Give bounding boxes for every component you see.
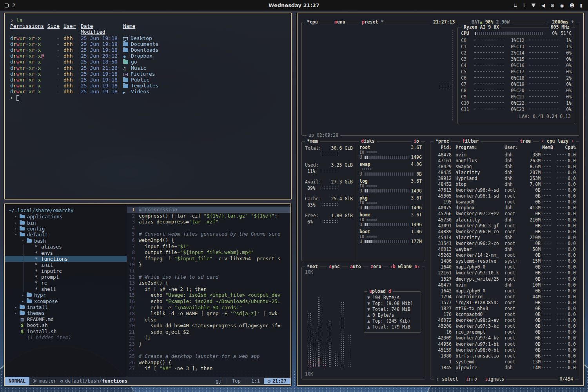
code-line[interactable]: 8 output_file="${input_file%.webm}.mp4" (127, 249, 290, 256)
process-row[interactable]: 48477 nvim dhh 10M 0.0 (434, 282, 576, 288)
code-line[interactable]: 23 } (127, 341, 290, 347)
refresh-decrease-button[interactable]: ─ (547, 19, 550, 25)
tab-mem[interactable]: *mem (305, 138, 320, 144)
code-line[interactable]: 10 } (127, 261, 290, 268)
tree-item[interactable]: inputrc (5, 268, 127, 274)
process-row[interactable]: 43091 kworker/u96:3-gf root 0B 0.0 (434, 223, 576, 229)
net-zero-toggle[interactable]: zero (368, 264, 383, 270)
process-row[interactable]: 1380 btrfs-transactio root 0B 0.0 (434, 353, 576, 359)
tab-proc[interactable]: *proc (434, 138, 451, 144)
code-line[interactable]: 26 web2app() { (127, 359, 290, 366)
code-line[interactable]: 3 alias decompress="tar -xzf" (127, 219, 290, 225)
code-line[interactable]: 7 input_file="$1" (127, 243, 290, 250)
menu-button[interactable]: menu (332, 19, 347, 25)
volume-icon[interactable]: ◀ (541, 3, 545, 8)
process-row[interactable]: 48478 nvim dhh 38M 0.0 (434, 152, 576, 158)
terminal-window[interactable]: ›ls Permissions Size User Date Modified … (4, 13, 292, 200)
code-line[interactable]: 11 (127, 268, 290, 274)
process-row[interactable]: 1577 irq/81-PIXA3854: root 0B 0.0 (434, 299, 576, 305)
process-row[interactable]: 1327 dmcrypt_write/25 root 0B 0.0 (434, 276, 576, 282)
process-row[interactable]: 1 systemd root 13M 0.0 (434, 359, 576, 365)
process-row[interactable]: 176 kcompactd0 root 0B 0.0 (434, 312, 576, 318)
system-monitor-window[interactable]: *cpu menu preset * 21:27:13 BAT▲ 98% 2.9… (297, 13, 584, 386)
record-icon[interactable]: ◉ (560, 3, 564, 8)
filter-button[interactable]: filter (460, 138, 481, 144)
process-row[interactable]: 39912 Hyprland dhh 253M 0.0 (434, 175, 576, 181)
code-line[interactable]: 27 if [ "$#" -ne 3 ]; then (127, 365, 290, 372)
code-line[interactable]: 4 (127, 225, 290, 231)
tree-item[interactable]: shell (5, 286, 127, 292)
tree-item[interactable]: README.md (5, 316, 127, 322)
code-line[interactable]: 9 ffmpeg -i "$input_file" -c:v libx264 -… (127, 256, 290, 262)
process-row[interactable]: 31541 kworker/u96:2-co root 0B 0.0 (434, 240, 576, 246)
tree-item[interactable]: ▸ bin (5, 220, 127, 225)
code-line[interactable]: 5 # Convert webm files generated by the … (127, 231, 290, 237)
tree-item[interactable]: init (5, 262, 127, 268)
tree-item[interactable]: ▾ bash (5, 238, 127, 244)
tree-item[interactable]: install.sh (5, 328, 127, 334)
refresh-increase-button[interactable]: + (571, 19, 574, 25)
code-line[interactable]: 14 if [ $# -ne 2 ]; then (127, 286, 290, 292)
process-row[interactable]: 43208 kworker/u97:3-kc root 0B 0.0 (434, 323, 576, 329)
editor-window[interactable]: ~/.local/share/omarchy ▸ applications ▸ … (4, 203, 291, 386)
code-line[interactable]: 12 # Write iso file to sd card (127, 274, 290, 280)
tree-item[interactable]: aliases (5, 244, 127, 250)
tree-item[interactable]: rc (5, 280, 127, 286)
code-line[interactable]: 17 echo -e "\nAvailable SD cards:" (127, 305, 290, 311)
sort-mode-selector[interactable]: ‹ cpu lazy › (539, 138, 576, 144)
tree-item[interactable]: ▾ default (5, 232, 127, 238)
process-row[interactable]: 45730 alacritty dhh 210M 0.0 (434, 217, 576, 223)
process-row[interactable]: 48429 swaybg dhh 8.6M 0.0 (434, 163, 576, 169)
code-line[interactable]: 15 echo "Usage: iso2sd <input_file> <out… (127, 292, 290, 298)
process-row[interactable]: 1640 napi/phy0-0 root 0B 0.0 (434, 264, 576, 270)
tree-item[interactable]: (1 hidden item) (5, 334, 127, 340)
process-row[interactable]: 42309 kworker/u97:4-kv root 0B 0.0 (434, 335, 576, 341)
process-row[interactable]: 1794 containerd root 44M 0.0 (434, 294, 576, 299)
process-row[interactable]: 47613 kworker/u96:4-sd root 0B 0.0 (434, 187, 576, 193)
tab-net[interactable]: *net (305, 264, 320, 270)
process-row[interactable]: 195 kswapd0 root 0B 0.0 (434, 199, 576, 205)
code-line[interactable]: 16 echo "Example: iso2sd ~/Downloads/ubu… (127, 298, 290, 305)
code-line[interactable]: 1 # Compression (127, 207, 290, 213)
io-toggle[interactable]: io (412, 138, 421, 144)
net-sync-toggle[interactable]: sync (327, 264, 342, 270)
process-row[interactable]: 45159 kworker/u98:0-bt root 0B 0.0 (434, 347, 576, 353)
tree-item[interactable]: ▸ config (5, 226, 127, 232)
code-line[interactable]: 6 webm2mp4() { (127, 237, 290, 243)
process-row[interactable]: 45305 kworker/u96:1-sd root 0B 0.0 (434, 193, 576, 199)
tree-item[interactable]: ▸ hypr (5, 292, 127, 298)
process-row[interactable]: 1827 mt76-tx phy0 root 0B 0.0 (434, 305, 576, 311)
process-row[interactable]: 45414 alacritty dhh 210M 0.0 (434, 234, 576, 240)
tree-item[interactable]: ▸ themes (5, 310, 127, 316)
code-line[interactable]: 25 # Create a desktop launcher for a web… (127, 353, 290, 359)
process-row[interactable]: 44889 kworker/u96:0-co root 0B 0.0 (434, 229, 576, 234)
code-line[interactable]: 18 lsblk -d -o NAME | grep -E '^sd[a-z]'… (127, 310, 290, 317)
user-icon[interactable]: ☻ (570, 3, 575, 8)
code-line[interactable]: 2 compress() { tar -czf "${1%/}.tar.gz" … (127, 213, 290, 219)
process-row[interactable]: 1642 napi/phy0-0 root 0B 0.0 (434, 288, 576, 294)
bluetooth-icon[interactable]: ᛒ (523, 3, 526, 8)
network-icon[interactable]: ⊕ (550, 3, 554, 8)
process-row[interactable]: 48452 btop dhh 7.8M 0.0 (434, 181, 576, 187)
code-line[interactable]: 21 sudo eject $2 (127, 329, 290, 335)
process-row[interactable]: 44956 kworker/u97:1-bt root 0B 0.0 (434, 341, 576, 347)
signals-button[interactable]: signals (485, 376, 504, 382)
process-row[interactable]: 22161 kworker/u97:10-k root 0B 0.0 (434, 270, 576, 276)
workspace-indicator[interactable]: 2 (0, 2, 15, 8)
tree-item[interactable]: prompt (5, 274, 127, 280)
updates-icon[interactable]: ⇊ (514, 3, 517, 8)
process-row[interactable]: 1845 pipewire dhh 14M 0.0 (434, 365, 576, 370)
process-row[interactable]: 47161 nautilus dhh 263M 0.0 (434, 158, 576, 163)
process-row[interactable]: 16 rcu_preempt root 0B 0.0 (434, 329, 576, 335)
battery-icon[interactable]: ▮ (580, 3, 583, 8)
tree-item[interactable]: envs (5, 250, 127, 256)
select-button[interactable]: select (442, 376, 458, 382)
code-line[interactable]: 13 iso2sd() { (127, 280, 290, 286)
code-line[interactable]: 22 fi (127, 335, 290, 341)
tree-item[interactable]: ▸ xcompose (5, 298, 127, 304)
tree-toggle[interactable]: tree (518, 138, 533, 144)
process-row[interactable]: 46072 kworker/u98:2-ev root 0B 0.0 (434, 318, 576, 323)
net-auto-toggle[interactable]: auto (348, 264, 363, 270)
workspace-number[interactable]: 2 (12, 2, 15, 8)
tree-item[interactable]: ▸ applications (5, 214, 127, 220)
